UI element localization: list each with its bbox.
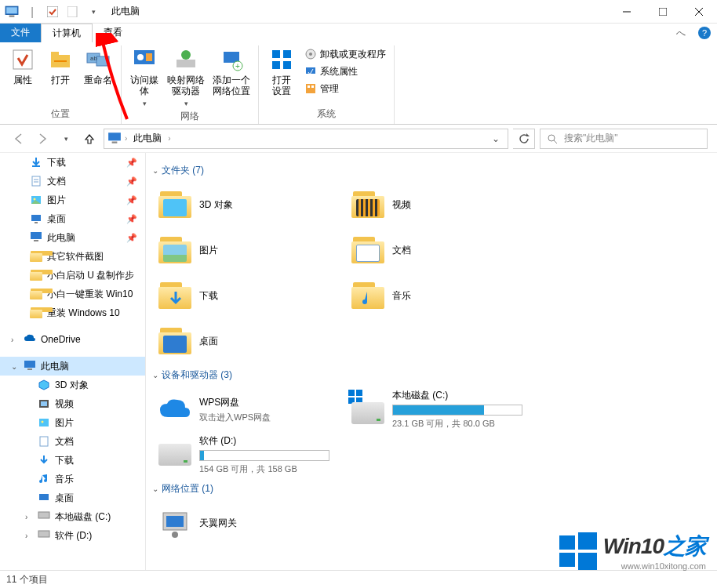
expand-icon[interactable]: › [11,336,13,344]
svg-point-35 [548,135,555,141]
uninstall-icon [304,48,317,60]
nav-documents[interactable]: 文档 [0,432,145,451]
network-device-icon [158,506,191,539]
collapse-icon[interactable]: ⌄ [11,362,17,371]
expand-icon[interactable]: › [25,513,27,521]
svg-rect-48 [27,368,32,370]
desktop-icon [30,212,42,225]
nav-pictures[interactable]: 图片📌 [0,191,145,209]
device-drive-c[interactable]: 本地磁盘 (C:)23.1 GB 可用，共 80.0 GB [351,387,544,432]
nav-desktop[interactable]: 桌面 [0,488,145,507]
close-button[interactable] [681,0,717,24]
nav-back-button[interactable] [9,129,28,148]
svg-rect-13 [96,56,109,66]
folder-icon [30,307,42,318]
svg-text:ab: ab [90,55,97,62]
ribbon-collapse-icon[interactable]: へ [670,24,692,42]
nav-onedrive[interactable]: ›OneDrive [0,330,145,349]
folder-downloads[interactable]: 下载 [158,273,351,318]
uninstall-button[interactable]: 卸载或更改程序 [301,45,389,63]
svg-point-16 [137,54,144,60]
address-bar[interactable]: › 此电脑 › ⌄ [104,129,508,149]
open-settings-button[interactable]: 打开 设置 [264,45,300,106]
content-pane: ⌄文件夹 (7) 3D 对象 视频 图片 文档 下载 音乐 桌面 ⌄设备和驱动器… [146,153,717,570]
nav-downloads[interactable]: 下载📌 [0,153,145,172]
ribbon-tabs: 文件 计算机 查看 へ ? [0,24,717,42]
address-dropdown-icon[interactable]: ⌄ [487,133,504,144]
nav-up-button[interactable] [80,129,99,148]
tab-view[interactable]: 查看 [93,24,133,42]
nav-recent-icon[interactable]: ▾ [56,129,75,148]
tab-computer[interactable]: 计算机 [41,24,93,42]
pin-icon: 📌 [126,176,137,187]
access-media-button[interactable]: 访问媒体▾ [126,45,162,108]
svg-rect-31 [308,85,310,88]
svg-rect-53 [40,437,48,446]
nav-folder-item[interactable]: 重装 Windows 10 [0,303,145,322]
nav-forward-button[interactable] [33,129,52,148]
section-folders-header[interactable]: ⌄文件夹 (7) [149,159,717,182]
search-input[interactable]: 搜索"此电脑" [540,129,708,149]
nav-folder-item[interactable]: 其它软件截图 [0,247,145,266]
chevron-down-icon: ⌄ [152,371,158,379]
nav-downloads[interactable]: 下载 [0,451,145,470]
nav-videos[interactable]: 视频 [0,394,145,413]
nav-folder-item[interactable]: 小白启动 U 盘制作步 [0,266,145,285]
help-icon: ? [698,27,711,39]
item-count: 11 个项目 [6,573,48,586]
properties-button[interactable]: 属性 [5,45,41,106]
folder-documents[interactable]: 文档 [351,227,544,273]
svg-rect-18 [177,60,195,67]
open-button[interactable]: 打开 [42,45,78,106]
svg-rect-32 [311,85,314,88]
breadcrumb-root[interactable]: 此电脑 [130,132,165,145]
help-button[interactable]: ? [692,24,717,42]
nav-folder-item[interactable]: 小白一键重装 Win10 [0,285,145,303]
folder-desktop[interactable]: 桌面 [158,318,351,364]
svg-rect-54 [39,494,49,500]
nav-thispc[interactable]: ⌄此电脑 [0,357,145,376]
rename-button[interactable]: ab 重命名 [80,45,116,106]
address-row: ▾ › 此电脑 › ⌄ 搜索"此电脑" [0,125,717,153]
svg-rect-1 [6,7,17,13]
nav-drive-c[interactable]: ›本地磁盘 (C:) [0,507,145,526]
group-label-location: 位置 [51,106,70,124]
qat-checkbox-icon[interactable] [44,3,61,20]
folder-3dobjects[interactable]: 3D 对象 [158,182,351,227]
nav-thispc-quick[interactable]: 此电脑📌 [0,228,145,247]
drive-icon [38,529,50,542]
device-wps[interactable]: WPS网盘双击进入WPS网盘 [158,387,351,432]
pictures-icon [30,194,42,206]
map-drive-button[interactable]: 映射网络 驱动器▾ [164,45,208,108]
nav-drive-d[interactable]: ›软件 (D:) [0,526,145,545]
add-network-location-button[interactable]: + 添加一个 网络位置 [209,45,253,108]
nav-music[interactable]: 音乐 [0,470,145,488]
tab-file[interactable]: 文件 [0,24,41,42]
manage-button[interactable]: 管理 [301,80,389,97]
folder-videos[interactable]: 视频 [351,182,544,227]
section-devices-header[interactable]: ⌄设备和驱动器 (3) [149,364,717,387]
chevron-right-icon[interactable]: › [125,134,127,143]
expand-icon[interactable]: › [25,532,27,540]
qat-dropdown-icon[interactable]: ▾ [85,3,102,20]
map-drive-icon [173,47,198,72]
device-drive-d[interactable]: 软件 (D:)154 GB 可用，共 158 GB [158,432,351,477]
refresh-button[interactable] [513,129,535,149]
nav-3dobjects[interactable]: 3D 对象 [0,376,145,394]
navigation-pane[interactable]: 下载📌 文档📌 图片📌 桌面📌 此电脑📌 其它软件截图 小白启动 U 盘制作步 … [0,153,146,570]
qat-blank-icon[interactable] [64,3,82,20]
folder-music[interactable]: 音乐 [351,273,544,318]
folder-pictures[interactable]: 图片 [158,227,351,273]
system-properties-button[interactable]: 系统属性 [301,63,389,80]
qat-sep-icon: | [24,3,41,20]
nav-desktop[interactable]: 桌面📌 [0,209,145,228]
network-gateway[interactable]: 天翼网关 [158,500,351,546]
svg-rect-58 [356,390,362,396]
section-network-header[interactable]: ⌄网络位置 (1) [149,477,717,500]
nav-documents[interactable]: 文档📌 [0,172,145,191]
folder-icon [158,188,191,221]
nav-pictures[interactable]: 图片 [0,413,145,432]
chevron-right-icon[interactable]: › [168,134,170,143]
minimize-button[interactable] [609,0,645,24]
maximize-button[interactable] [645,0,681,24]
